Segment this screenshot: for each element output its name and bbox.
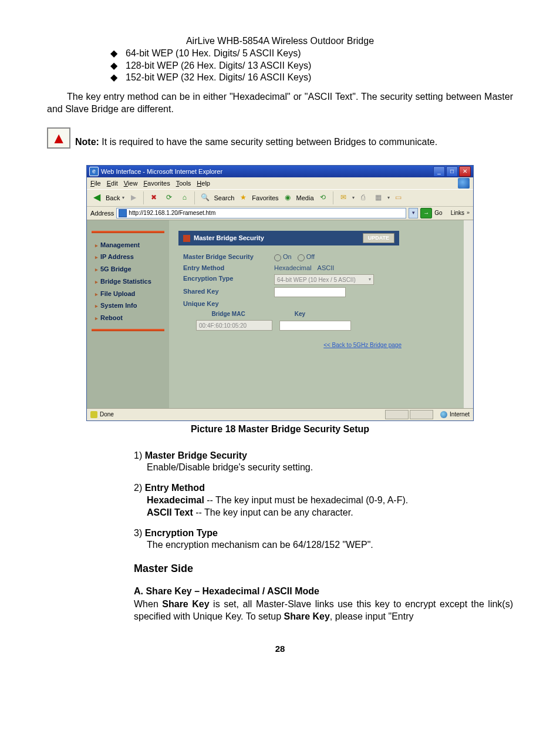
entry-method-label: Entry Method	[178, 264, 274, 272]
config-main-panel: Master Bridge Security UPDATE Master Bri…	[169, 220, 464, 408]
scrollbar[interactable]	[464, 220, 473, 408]
master-side-heading: Master Side	[134, 562, 513, 576]
history-button[interactable]: ⟲	[316, 191, 329, 204]
item-title: Master Bridge Security	[145, 450, 247, 460]
sidebar-item-bridge-statistics[interactable]: Bridge Statistics	[87, 275, 169, 288]
menu-file[interactable]: File	[90, 179, 101, 187]
window-title: Web Interface - Microsoft Internet Explo…	[101, 167, 222, 176]
menu-tools[interactable]: Tools	[176, 179, 191, 187]
bridge-mac-value: 00:4F:60:10:05:20	[196, 320, 272, 331]
close-button[interactable]: ✕	[459, 166, 471, 177]
address-dropdown[interactable]: ▾	[409, 208, 418, 218]
status-segment	[410, 410, 433, 419]
media-label: Media	[296, 194, 314, 202]
menu-view[interactable]: View	[124, 179, 138, 187]
subsection-title: A. Share Key – Hexadecimal / ASCII Mode	[134, 586, 513, 598]
encryption-type-label: Encryption Type	[178, 274, 274, 285]
menu-favorites[interactable]: Favorites	[143, 179, 170, 187]
warning-icon: ▲	[47, 127, 70, 149]
note-text: It is required to have the same security…	[99, 137, 437, 147]
search-icon[interactable]: 🔍	[198, 191, 211, 204]
favorites-icon[interactable]: ★	[237, 191, 249, 204]
refresh-button[interactable]: ⟳	[163, 191, 176, 204]
forward-button[interactable]: ▶	[127, 191, 140, 204]
config-sidebar: Management IP Address 5G Bridge Bridge S…	[87, 220, 169, 408]
ie-statusbar: Done Internet	[87, 408, 473, 420]
discuss-button[interactable]: ▭	[392, 191, 405, 204]
note-label: Note:	[75, 137, 99, 147]
menu-help[interactable]: Help	[197, 179, 210, 187]
ie-logo-icon	[458, 178, 470, 189]
item-desc: Hexadecimal -- The key input must be hex…	[147, 494, 513, 519]
panel-icon	[183, 235, 190, 242]
home-button[interactable]: ⌂	[178, 191, 191, 204]
sidebar-item-management[interactable]: Management	[87, 239, 169, 251]
radio-off[interactable]	[298, 254, 305, 261]
stop-button[interactable]: ✖	[147, 191, 160, 204]
search-label: Search	[214, 194, 234, 202]
ie-addressbar: Address http://192.168.1.20/Frameset.htm…	[87, 207, 473, 220]
unique-key-input[interactable]	[279, 321, 351, 331]
address-input[interactable]: http://192.168.1.20/Frameset.htm	[116, 208, 406, 218]
back-button[interactable]: ◀	[90, 191, 103, 204]
item-desc: The encryption mechanism can be 64/128/1…	[147, 539, 513, 551]
address-label: Address	[90, 209, 114, 217]
sidebar-item-ip-address[interactable]: IP Address	[87, 251, 169, 263]
figure-caption: Picture 18 Master Bridge Security Setup	[47, 423, 513, 436]
minimize-button[interactable]: _	[433, 166, 445, 177]
radio-on-label: On	[283, 253, 292, 260]
shared-key-label: Shared Key	[178, 287, 274, 297]
entry-ascii[interactable]: ASCII	[318, 264, 335, 272]
done-icon	[90, 411, 97, 418]
chevron-down-icon: ▾	[369, 277, 371, 282]
item-number: 1)	[134, 450, 142, 460]
list-item: 64-bit WEP (10 Hex. Digits/ 5 ASCII Keys…	[110, 48, 513, 60]
sidebar-item-5g-bridge[interactable]: 5G Bridge	[87, 263, 169, 275]
internet-zone-icon	[440, 411, 447, 418]
wep-bullet-list: 64-bit WEP (10 Hex. Digits/ 5 ASCII Keys…	[110, 48, 513, 84]
key-header: Key	[268, 310, 332, 318]
doc-header: AirLive WHB-5854A Wireless Outdoor Bridg…	[47, 35, 513, 48]
radio-on[interactable]	[274, 254, 281, 261]
page-number: 28	[47, 643, 513, 655]
sidebar-item-system-info[interactable]: System Info	[87, 300, 169, 312]
shared-key-input[interactable]	[274, 287, 346, 297]
item-title: Encryption Type	[145, 528, 218, 538]
maximize-button[interactable]: □	[446, 166, 458, 177]
entry-hex[interactable]: Hexadecimal	[274, 264, 312, 272]
update-button[interactable]: UPDATE	[363, 233, 394, 244]
unique-key-label: Unique Key	[178, 300, 274, 308]
ie-icon: e	[89, 167, 99, 176]
ie-titlebar: e Web Interface - Microsoft Internet Exp…	[87, 166, 473, 177]
print-button[interactable]: ⎙	[357, 191, 370, 204]
favorites-label: Favorites	[252, 194, 278, 202]
encryption-select[interactable]: 64-bit WEP (10 Hex / 5 ASCII) ▾	[274, 274, 374, 285]
back-label: Back	[106, 194, 120, 202]
description-list: 1) Master Bridge Security Enable/Disable…	[134, 450, 513, 552]
panel-title: Master Bridge Security	[194, 234, 264, 242]
ie-menubar: File Edit View Favorites Tools Help	[87, 177, 473, 189]
ie-window: e Web Interface - Microsoft Internet Exp…	[86, 165, 474, 421]
item-title: Entry Method	[145, 483, 205, 493]
edit-button[interactable]: ▦	[372, 191, 385, 204]
mail-button[interactable]: ✉	[337, 191, 350, 204]
subsection-body: When Share Key is set, all Master-Slave …	[134, 598, 513, 623]
menu-edit[interactable]: Edit	[107, 179, 118, 187]
links-chevron-icon[interactable]: »	[467, 210, 470, 217]
status-segment	[385, 410, 409, 419]
url-text: http://192.168.1.20/Frameset.htm	[129, 209, 215, 217]
go-label: Go	[434, 209, 442, 217]
go-button[interactable]: →	[420, 208, 432, 218]
sidebar-item-reboot[interactable]: Reboot	[87, 312, 169, 324]
page-icon	[119, 209, 127, 217]
radio-off-label: Off	[306, 253, 315, 260]
media-icon[interactable]: ◉	[281, 191, 294, 204]
back-link[interactable]: << Back to 5GHz Bridge page	[323, 342, 402, 348]
zone-label: Internet	[450, 410, 470, 418]
ie-toolbar: ◀ Back ▾ ▶ ✖ ⟳ ⌂ 🔍 Search ★ Favorites ◉ …	[87, 189, 473, 207]
list-item: 128-bit WEP (26 Hex. Digits/ 13 ASCII Ke…	[110, 60, 513, 72]
status-text: Done	[100, 410, 114, 418]
encryption-value: 64-bit WEP (10 Hex / 5 ASCII)	[277, 276, 356, 284]
links-label[interactable]: Links	[451, 209, 464, 217]
sidebar-item-file-upload[interactable]: File Upload	[87, 288, 169, 300]
